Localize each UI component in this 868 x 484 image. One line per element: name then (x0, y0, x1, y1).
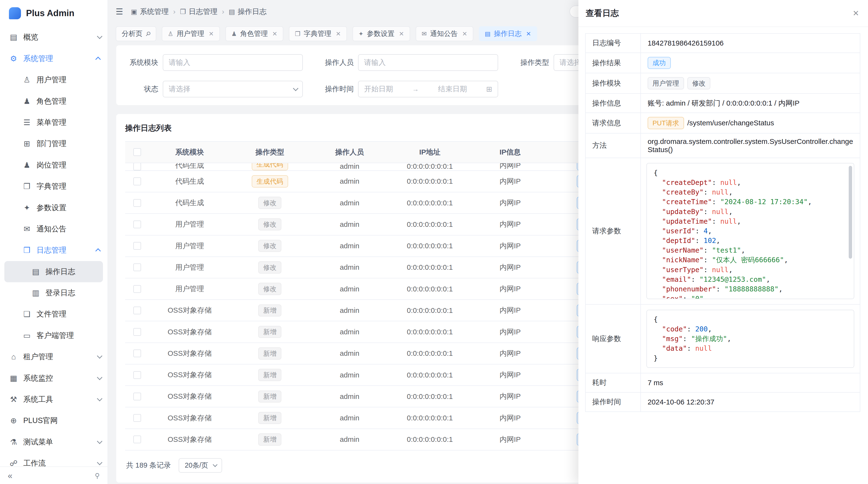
pin-icon[interactable]: ⚲ (95, 472, 100, 480)
system-module-input[interactable] (163, 54, 303, 71)
sidebar-item-2[interactable]: ♙用户管理 (0, 69, 107, 90)
sidebar-item-label: 工作流 (23, 458, 97, 466)
sidebar-item-label: 系统管理 (23, 54, 97, 64)
app-logo[interactable]: Plus Admin (0, 0, 107, 27)
row-checkbox[interactable] (133, 242, 141, 250)
row-checkbox[interactable] (133, 263, 141, 271)
tab-1[interactable]: ♙用户管理✕ (162, 26, 220, 41)
chevron-down-icon (97, 396, 102, 401)
tab-2[interactable]: ♟角色管理✕ (225, 26, 283, 41)
row-checkbox[interactable] (133, 393, 141, 400)
sidebar-item-11[interactable]: ▤操作日志 (4, 261, 103, 282)
tab-5[interactable]: ✉通知公告✕ (416, 26, 473, 41)
filter-label: 状态 (125, 84, 158, 94)
row-checkbox[interactable] (133, 350, 141, 357)
sidebar-item-15[interactable]: ⌂租户管理 (0, 346, 107, 367)
tab-label: 角色管理 (240, 29, 268, 39)
chevron-down-icon (97, 439, 102, 444)
breadcrumb-item-0[interactable]: ▣系统管理 (131, 7, 169, 17)
hamburger-menu-icon[interactable]: ☰ (116, 7, 123, 17)
close-icon[interactable]: ✕ (209, 30, 214, 37)
tab-6[interactable]: ▤操作日志✕ (479, 26, 537, 41)
close-icon[interactable]: ✕ (272, 30, 277, 37)
cell-module: 用户管理 (150, 279, 230, 299)
sidebar-item-20[interactable]: ☍工作流 (0, 453, 107, 466)
sidebar-item-label: 岗位管理 (37, 160, 101, 170)
operator-input[interactable] (358, 54, 498, 71)
row-checkbox[interactable] (133, 199, 141, 207)
detail-label: 操作时间 (586, 393, 641, 412)
cell-ip-info: 内网IP (470, 386, 550, 407)
breadcrumb-item-1[interactable]: ❒日志管理 (180, 7, 217, 17)
sidebar-item-5[interactable]: ⊞部门管理 (0, 133, 107, 154)
sidebar-item-3[interactable]: ♟角色管理 (0, 90, 107, 111)
operation-time-range[interactable]: 开始日期→结束日期⊞ (358, 81, 498, 97)
sidebar-item-19[interactable]: ⚗测试菜单 (0, 431, 107, 453)
sidebar-item-10[interactable]: ❒日志管理 (0, 239, 107, 261)
cell-ip-info: 内网IP (470, 407, 550, 428)
tab-icon: ✦ (359, 30, 364, 37)
system-monitor-icon: ▦ (9, 374, 18, 383)
sidebar-item-label: 用户管理 (37, 75, 101, 85)
close-icon[interactable]: ✕ (852, 9, 859, 18)
sidebar-item-12[interactable]: ▥登录日志 (0, 282, 107, 303)
cell-operator: admin (310, 429, 389, 450)
close-icon[interactable]: ✕ (399, 30, 404, 37)
pin-icon[interactable]: ⚲ (144, 30, 152, 38)
row-checkbox[interactable] (133, 306, 141, 314)
sidebar-item-7[interactable]: ❐字典管理 (0, 176, 107, 197)
sidebar-item-13[interactable]: ❏文件管理 (0, 303, 107, 325)
sidebar-item-label: 操作日志 (45, 266, 96, 277)
sidebar-item-6[interactable]: ♟岗位管理 (0, 155, 107, 176)
sidebar-item-16[interactable]: ▦系统监控 (0, 367, 107, 389)
row-checkbox[interactable] (133, 163, 141, 170)
tab-0[interactable]: 分析页⚲ (116, 26, 156, 41)
row-checkbox[interactable] (133, 414, 141, 422)
tab-4[interactable]: ✦参数设置✕ (352, 26, 410, 41)
sidebar-item-14[interactable]: ▭客户端管理 (0, 325, 107, 346)
row-checkbox[interactable] (133, 178, 141, 185)
page-size-select[interactable]: 20条/页 (179, 458, 222, 473)
cell-operator: admin (310, 192, 389, 213)
sidebar-item-1[interactable]: ⚙系统管理 (0, 48, 107, 69)
cell-ip: 0:0:0:0:0:0:0:1 (389, 300, 470, 321)
tab-3[interactable]: ❐字典管理✕ (289, 26, 347, 41)
column-header[interactable]: 操作人员 (310, 141, 389, 163)
sidebar-item-18[interactable]: ⊕PLUS官网 (0, 410, 107, 431)
row-checkbox[interactable] (133, 221, 141, 228)
scrollbar-thumb[interactable] (849, 166, 852, 259)
sidebar-item-4[interactable]: ☰菜单管理 (0, 112, 107, 133)
cell-operator: admin (310, 364, 389, 385)
cell-ip-info: 内网IP (470, 300, 550, 321)
cell-ip: 0:0:0:0:0:0:0:1 (389, 429, 470, 450)
close-icon[interactable]: ✕ (462, 30, 467, 37)
sidebar-item-8[interactable]: ✦参数设置 (0, 197, 107, 218)
sidebar-item-9[interactable]: ✉通知公告 (0, 218, 107, 239)
row-checkbox[interactable] (133, 435, 141, 443)
search-input-fragment[interactable] (569, 5, 579, 18)
detail-row-0: 日志编号1842781986426159106 (586, 34, 860, 53)
row-checkbox[interactable] (133, 371, 141, 379)
chevron-down-icon (213, 462, 217, 467)
close-icon[interactable]: ✕ (526, 30, 531, 37)
row-checkbox[interactable] (133, 148, 141, 156)
breadcrumb-item-2[interactable]: ▤操作日志 (228, 7, 267, 17)
file-management-icon: ❏ (22, 310, 32, 319)
operation-type-badge: 新增 (258, 326, 281, 338)
close-icon[interactable]: ✕ (336, 30, 341, 37)
detail-value: org.dromara.system.controller.system.Sys… (641, 133, 860, 158)
row-checkbox[interactable] (133, 328, 141, 336)
status-select[interactable]: 请选择 (163, 81, 303, 97)
column-header[interactable]: IP信息 (470, 141, 550, 163)
sidebar-item-label: 系统工具 (23, 394, 97, 405)
row-checkbox[interactable] (133, 285, 141, 293)
column-header[interactable]: 操作类型 (230, 141, 310, 163)
sidebar-item-17[interactable]: ⚒系统工具 (0, 389, 107, 410)
column-header[interactable]: 系统模块 (150, 141, 230, 163)
cell-ip: 0:0:0:0:0:0:0:1 (389, 321, 470, 342)
collapse-sidebar-button[interactable]: « (8, 471, 12, 480)
detail-label: 方法 (586, 133, 641, 158)
sidebar-item-0[interactable]: ▤概览 (0, 27, 107, 48)
operation-type-badge: 修改 (258, 218, 281, 231)
column-header[interactable]: IP地址 (389, 141, 470, 163)
